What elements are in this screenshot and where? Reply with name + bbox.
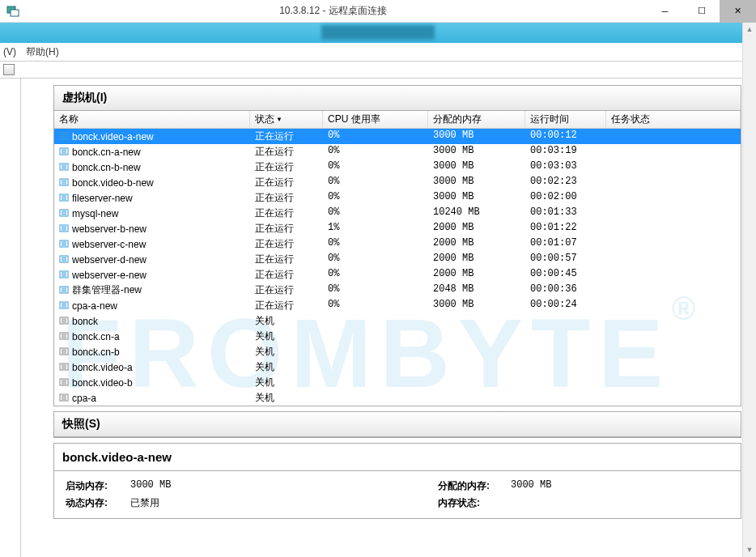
table-row[interactable]: webserver-b-new正在运行1%2000 MB00:01:22 — [54, 221, 741, 236]
mem-status-label: 内存状态: — [438, 496, 511, 510]
table-row[interactable]: webserver-d-new正在运行0%2000 MB00:00:57 — [54, 252, 741, 267]
vm-icon — [59, 178, 69, 188]
table-row[interactable]: bonck.video-b-new正在运行0%3000 MB00:02:23 — [54, 175, 741, 190]
vm-icon — [59, 193, 69, 203]
vm-panel-header: 虚拟机(I) — [54, 86, 741, 111]
window-title: 10.3.8.12 - 远程桌面连接 — [19, 4, 647, 18]
vm-icon — [59, 147, 69, 157]
alloc-mem-value: 3000 MB — [511, 479, 551, 493]
table-row[interactable]: bonck.video-b关机 — [54, 375, 741, 390]
col-state[interactable]: 状态▼ — [250, 111, 323, 128]
minimize-button[interactable]: ─ — [647, 0, 683, 23]
table-row[interactable]: 群集管理器-new正在运行0%2048 MB00:00:36 — [54, 283, 741, 298]
details-title: bonck.video-a-new — [54, 444, 741, 471]
toolbar — [0, 61, 756, 79]
dynamic-mem-value: 已禁用 — [130, 496, 159, 510]
snapshot-header: 快照(S) — [54, 412, 741, 437]
col-cpu[interactable]: CPU 使用率 — [323, 111, 428, 128]
col-mem[interactable]: 分配的内存 — [428, 111, 525, 128]
startup-mem-value: 3000 MB — [130, 479, 171, 493]
table-row[interactable]: bonck关机 — [54, 313, 741, 329]
vm-icon — [59, 163, 69, 172]
grid-body: bonck.video-a-new正在运行0%3000 MB00:00:12bo… — [54, 129, 741, 406]
title-bar: 10.3.8.12 - 远程桌面连接 ─ ☐ ✕ — [0, 0, 756, 23]
vm-icon — [59, 224, 69, 234]
col-time[interactable]: 运行时间 — [525, 111, 606, 128]
ribbon-banner — [0, 23, 756, 43]
col-task[interactable]: 任务状态 — [606, 111, 741, 128]
menu-v[interactable]: (V) — [3, 46, 16, 57]
table-row[interactable]: bonck.video-a关机 — [54, 359, 741, 375]
snapshot-panel: 快照(S) — [53, 411, 741, 438]
table-row[interactable]: webserver-c-new正在运行0%2000 MB00:01:07 — [54, 236, 741, 252]
table-row[interactable]: cpa-a关机 — [54, 390, 741, 406]
rdp-icon — [6, 5, 19, 18]
vm-icon — [59, 270, 69, 280]
svg-rect-1 — [11, 10, 19, 16]
vm-icon — [59, 255, 69, 265]
menu-bar: (V) 帮助(H) — [0, 43, 756, 61]
grid-header: 名称 状态▼ CPU 使用率 分配的内存 运行时间 任务状态 — [54, 111, 741, 129]
vm-icon — [59, 332, 69, 342]
vm-icon — [59, 317, 69, 326]
table-row[interactable]: bonck.cn-a关机 — [54, 329, 741, 344]
table-row[interactable]: fileserver-new正在运行0%3000 MB00:02:00 — [54, 190, 741, 206]
table-row[interactable]: webserver-e-new正在运行0%2000 MB00:00:45 — [54, 267, 741, 283]
vm-icon — [59, 240, 69, 249]
startup-mem-label: 启动内存: — [66, 479, 130, 493]
close-button[interactable]: ✕ — [720, 0, 756, 23]
vm-panel: 虚拟机(I) 名称 状态▼ CPU 使用率 分配的内存 运行时间 任务状态 bo… — [53, 85, 741, 406]
alloc-mem-label: 分配的内存: — [438, 479, 511, 493]
vm-icon — [59, 301, 69, 311]
table-row[interactable]: mysql-new正在运行0%10240 MB00:01:33 — [54, 206, 741, 221]
table-row[interactable]: bonck.cn-b-new正在运行0%3000 MB00:03:03 — [54, 159, 741, 175]
table-row[interactable]: cpa-a-new正在运行0%3000 MB00:00:24 — [54, 298, 741, 313]
details-panel: bonck.video-a-new 启动内存: 3000 MB 动态内存: 已禁… — [53, 443, 741, 519]
dynamic-mem-label: 动态内存: — [66, 496, 130, 510]
col-name[interactable]: 名称 — [54, 111, 250, 128]
sort-indicator-icon: ▼ — [276, 116, 282, 123]
menu-help[interactable]: 帮助(H) — [26, 45, 59, 59]
table-row[interactable]: bonck.video-a-new正在运行0%3000 MB00:00:12 — [54, 129, 741, 144]
vm-icon — [59, 132, 69, 142]
toolbar-button-icon[interactable] — [3, 64, 15, 75]
vm-icon — [59, 286, 69, 296]
vm-icon — [59, 378, 69, 388]
table-row[interactable]: bonck.cn-b关机 — [54, 344, 741, 359]
scroll-up-icon[interactable]: ▲ — [743, 23, 756, 36]
maximize-button[interactable]: ☐ — [683, 0, 720, 23]
table-row[interactable]: bonck.cn-a-new正在运行0%3000 MB00:03:19 — [54, 144, 741, 159]
vm-icon — [59, 347, 69, 357]
vm-icon — [59, 209, 69, 219]
vm-icon — [59, 363, 69, 372]
ribbon-title-blur — [321, 25, 435, 40]
left-strip — [0, 79, 21, 557]
vm-icon — [59, 393, 69, 403]
